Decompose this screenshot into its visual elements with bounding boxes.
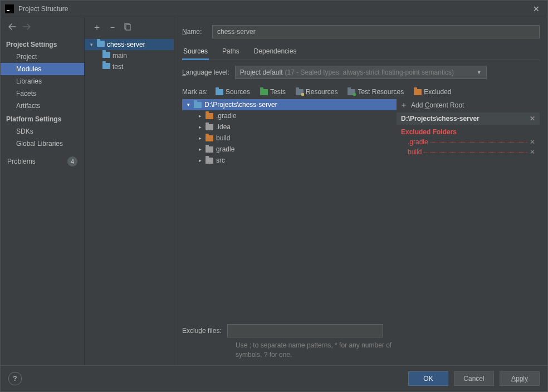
apply-button[interactable]: Apply [500,371,540,386]
mark-label: Excluded [424,88,451,96]
folder-icon [194,102,202,108]
sidebar-item-problems[interactable]: Problems 4 [1,152,84,169]
project-structure-dialog: Project Structure ✕ Project Settings Pro… [0,0,548,392]
modules-tree[interactable]: ▾ chess-server main test [85,38,174,365]
excluded-folder-name: .gradle [408,138,428,146]
add-module-icon[interactable]: ＋ [92,22,101,33]
sidebar-item-project[interactable]: Project [1,51,84,63]
name-label: Name: [182,28,207,36]
folder-icon [206,135,213,141]
folder-label: src [216,156,225,164]
module-folder-icon [97,41,105,47]
intellij-app-icon [5,4,14,13]
sidebar-item-facets[interactable]: Facets [1,87,84,100]
window-title: Project Structure [18,5,68,13]
folder-row-dot-idea[interactable]: ▸ .idea [182,121,397,133]
tab-paths[interactable]: Paths [221,45,241,60]
copy-module-icon[interactable] [124,23,131,32]
sourceset-folder-icon [102,63,110,69]
help-icon[interactable]: ? [8,372,22,385]
tab-dependencies[interactable]: Dependencies [253,45,298,60]
module-chess-server[interactable]: ▾ chess-server [85,39,174,50]
module-test[interactable]: test [85,61,174,72]
ok-button[interactable]: OK [408,371,448,386]
svg-rect-3 [126,24,130,30]
folder-row-dot-gradle[interactable]: ▸ .gradle [182,110,397,121]
dialog-footer: ? OK Cancel Apply [1,365,547,391]
mark-as-label: Mark as: [182,88,208,96]
exclude-files-hint: Use ; to separate name patterns, * for a… [236,341,397,360]
content-root-header[interactable]: D:\Projects\chess-server ✕ [397,112,540,125]
mark-test-resources-button[interactable]: Test Resources [345,87,406,97]
modules-toolbar: ＋ － [85,17,174,38]
mark-excluded-button[interactable]: Excluded [412,87,453,97]
chevron-right-icon[interactable]: ▸ [197,113,203,119]
module-editor: Name: Sources Paths Dependencies Languag… [174,17,547,365]
folder-icon [206,124,213,130]
chevron-right-icon[interactable]: ▸ [197,146,203,152]
add-content-root-button[interactable]: ＋ Add Content Root [397,99,540,112]
remove-excluded-icon[interactable]: ✕ [530,138,535,146]
excluded-folder-icon [414,89,422,95]
mark-sources-button[interactable]: Sources [213,87,252,97]
sources-folder-icon [216,89,223,95]
resources-folder-icon [296,89,304,95]
chevron-down-icon[interactable]: ▾ [88,42,95,47]
remove-excluded-icon[interactable]: ✕ [530,148,535,156]
settings-sidebar: Project Settings Project Modules Librari… [1,17,85,365]
excluded-folder-name: build [408,148,422,156]
chevron-right-icon[interactable]: ▸ [197,124,203,130]
excluded-folder-row[interactable]: build ✕ [397,147,540,157]
sidebar-item-global-libraries[interactable]: Global Libraries [1,138,84,150]
excluded-folders-label: Excluded Folders [397,125,540,137]
cancel-button[interactable]: Cancel [454,371,494,386]
folder-label: .gradle [216,112,237,120]
folder-row-src[interactable]: ▸ src [182,155,397,166]
titlebar: Project Structure ✕ [1,1,547,17]
svg-rect-0 [6,6,13,12]
folder-icon [206,146,213,153]
module-name-input[interactable] [212,25,540,38]
tests-folder-icon [260,89,268,95]
folder-label: D:\Projects\chess-server [204,101,277,109]
module-main[interactable]: main [85,50,174,61]
exclude-files-input[interactable] [227,324,383,337]
module-label: test [112,63,123,71]
mark-tests-button[interactable]: Tests [258,87,288,97]
folder-label: gradle [216,145,234,153]
language-level-label: Language level: [182,68,229,76]
content-root-path: D:\Projects\chess-server [401,115,480,122]
tab-sources[interactable]: Sources [182,45,209,60]
folder-row-gradle[interactable]: ▸ gradle [182,144,397,155]
test-resources-folder-icon [348,89,355,95]
chevron-down-icon[interactable]: ▾ [185,102,191,107]
sidebar-item-sdks[interactable]: SDKs [1,125,84,138]
mark-as-row: Mark as: Sources Tests Resources Test Re… [182,87,540,97]
chevron-down-icon: ▼ [477,70,482,75]
sidebar-item-libraries[interactable]: Libraries [1,75,84,87]
sidebar-item-artifacts[interactable]: Artifacts [1,100,84,112]
remove-module-icon[interactable]: － [108,22,117,33]
folder-icon [206,113,213,119]
module-label: chess-server [107,41,145,48]
mark-label: Resources [306,88,337,96]
folder-row-build[interactable]: ▸ build [182,133,397,144]
excluded-folder-row[interactable]: .gradle ✕ [397,137,540,147]
chevron-right-icon[interactable]: ▸ [197,135,203,141]
mark-label: Tests [270,88,286,96]
mark-resources-button[interactable]: Resources [293,87,340,97]
content-roots-pane: ＋ Add Content Root D:\Projects\chess-ser… [397,99,540,365]
language-level-dropdown[interactable]: Project default (17 - Sealed types, alwa… [235,66,487,79]
close-icon[interactable]: ✕ [530,4,543,13]
content-tree[interactable]: ▾ D:\Projects\chess-server ▸ .gradle [182,99,397,320]
chevron-right-icon[interactable]: ▸ [197,158,203,163]
language-level-hint: (17 - Sealed types, always-strict floati… [285,68,476,76]
nav-forward-icon[interactable] [23,23,31,32]
sourceset-folder-icon [102,52,110,58]
sidebar-item-modules[interactable]: Modules [1,63,84,75]
exclude-files-label: Exclude files: [182,327,222,335]
folder-label: build [216,134,230,142]
content-root-row[interactable]: ▾ D:\Projects\chess-server [182,99,397,110]
nav-back-icon[interactable] [8,23,16,32]
remove-content-root-icon[interactable]: ✕ [530,115,535,122]
